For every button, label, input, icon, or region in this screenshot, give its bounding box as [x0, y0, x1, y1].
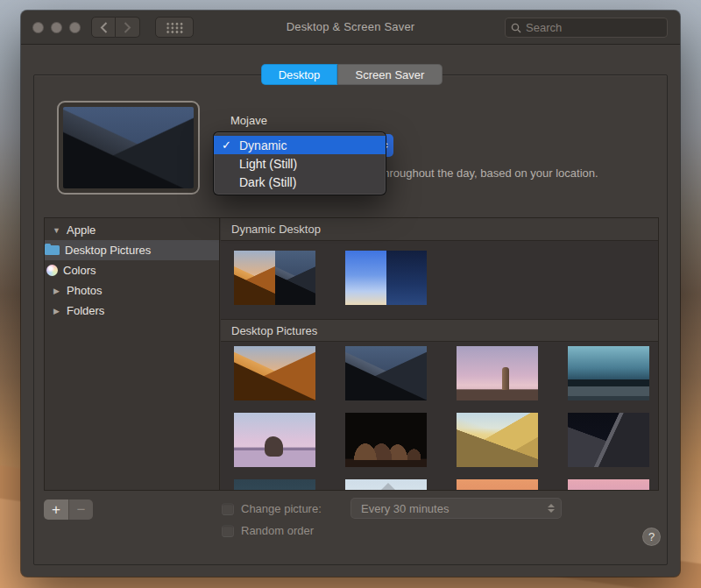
- help-button[interactable]: ?: [642, 528, 661, 546]
- add-remove-segmented-control: + −: [44, 499, 93, 520]
- change-picture-label: Change picture:: [241, 502, 322, 515]
- menu-item-dark-still[interactable]: Dark (Still): [214, 173, 386, 191]
- picture-browser: ▼ Apple Desktop Pictures Colors ▶ Photos…: [44, 217, 659, 491]
- current-desktop-preview-well: [57, 101, 200, 195]
- disclosure-triangle-down-icon[interactable]: ▼: [52, 226, 61, 235]
- sidebar-item-desktop-pictures-label: Desktop Pictures: [65, 244, 151, 257]
- sidebar-item-folders[interactable]: ▶ Folders: [45, 301, 219, 321]
- menu-item-dynamic[interactable]: ✓ Dynamic: [214, 136, 386, 154]
- tufa-night-thumbnail[interactable]: [345, 413, 427, 467]
- teal-dusk-thumbnail[interactable]: [234, 479, 315, 491]
- selected-picture-name: Mojave: [230, 114, 267, 127]
- section-header-desktop-pictures-label: Desktop Pictures: [231, 324, 317, 337]
- search-field[interactable]: [505, 18, 668, 38]
- sidebar-item-desktop-pictures[interactable]: Desktop Pictures: [45, 240, 219, 260]
- folder-icon: [45, 245, 60, 255]
- disclosure-triangle-right-icon[interactable]: ▶: [52, 307, 61, 315]
- mojave-night-half: [275, 251, 316, 305]
- search-icon: [511, 23, 521, 33]
- tab-screen-saver-label: Screen Saver: [356, 68, 425, 81]
- sidebar-item-colors[interactable]: Colors: [45, 260, 219, 280]
- sidebar-item-photos-label: Photos: [67, 284, 102, 297]
- desert-monument-thumbnail[interactable]: [457, 346, 538, 400]
- dark-dune-thumbnail[interactable]: [568, 413, 649, 467]
- popup-updown-chevrons-icon: [548, 504, 555, 513]
- random-order-checkbox[interactable]: [222, 525, 234, 537]
- source-list: ▼ Apple Desktop Pictures Colors ▶ Photos…: [45, 218, 220, 490]
- tab-screen-saver[interactable]: Screen Saver: [337, 64, 443, 85]
- title-bar: Desktop & Screen Saver: [21, 11, 680, 45]
- sidebar-item-colors-label: Colors: [63, 264, 96, 277]
- solar-dark-half: [386, 251, 428, 305]
- tab-desktop-label: Desktop: [279, 68, 321, 81]
- sidebar-item-apple-label: Apple: [67, 223, 96, 237]
- change-picture-checkbox[interactable]: [222, 503, 234, 515]
- random-order-label: Random order: [241, 524, 314, 537]
- orange-clouds-thumbnail[interactable]: [457, 479, 538, 491]
- tab-desktop[interactable]: Desktop: [261, 64, 337, 85]
- solar-light-half: [345, 251, 386, 305]
- mojave-night-thumbnail[interactable]: [345, 346, 427, 400]
- desktop-screensaver-window: Desktop & Screen Saver Desktop Screen Sa…: [21, 11, 680, 577]
- mountain-peak-thumbnail[interactable]: [345, 479, 427, 491]
- sidebar-item-photos[interactable]: ▶ Photos: [45, 280, 219, 301]
- disclosure-triangle-right-icon[interactable]: ▶: [52, 287, 61, 295]
- pink-clouds-thumbnail[interactable]: [568, 479, 649, 491]
- search-input[interactable]: [526, 21, 662, 34]
- interval-popup-button[interactable]: Every 30 minutes: [350, 498, 562, 519]
- interval-popup-value: Every 30 minutes: [361, 502, 449, 515]
- remove-folder-button[interactable]: −: [68, 499, 93, 520]
- solar-gradients-thumbnail[interactable]: [345, 251, 427, 305]
- menu-item-dynamic-label: Dynamic: [239, 138, 287, 152]
- menu-item-dark-still-label: Dark (Still): [239, 175, 296, 189]
- mojave-day-thumbnail[interactable]: [234, 346, 315, 400]
- thumbnail-grid-area: Dynamic Desktop Desktop Pictures: [221, 218, 658, 490]
- section-header-dynamic-desktop: Dynamic Desktop: [221, 218, 658, 241]
- section-header-desktop-pictures: Desktop Pictures: [221, 319, 658, 342]
- pink-salt-lake-thumbnail[interactable]: [234, 413, 315, 467]
- sidebar-item-apple[interactable]: ▼ Apple: [45, 220, 219, 240]
- add-folder-button[interactable]: +: [44, 499, 68, 520]
- color-sphere-icon: [46, 265, 58, 276]
- desktop-wallpaper: Desktop & Screen Saver Desktop Screen Sa…: [0, 0, 701, 588]
- mojave-day-half: [234, 251, 275, 305]
- mojave-night-preview-image: [63, 107, 194, 188]
- checkmark-icon: ✓: [222, 138, 239, 152]
- mojave-dynamic-thumbnail[interactable]: [234, 251, 315, 305]
- section-header-dynamic-desktop-label: Dynamic Desktop: [231, 223, 321, 236]
- sidebar-item-folders-label: Folders: [67, 304, 104, 317]
- dynamic-dropdown-menu: ✓ Dynamic Light (Still) Dark (Still): [213, 131, 386, 195]
- menu-item-light-still-label: Light (Still): [239, 157, 297, 171]
- menu-item-light-still[interactable]: Light (Still): [214, 154, 386, 173]
- playa-dusk-thumbnail[interactable]: [568, 346, 649, 400]
- yellow-dunes-thumbnail[interactable]: [457, 413, 538, 467]
